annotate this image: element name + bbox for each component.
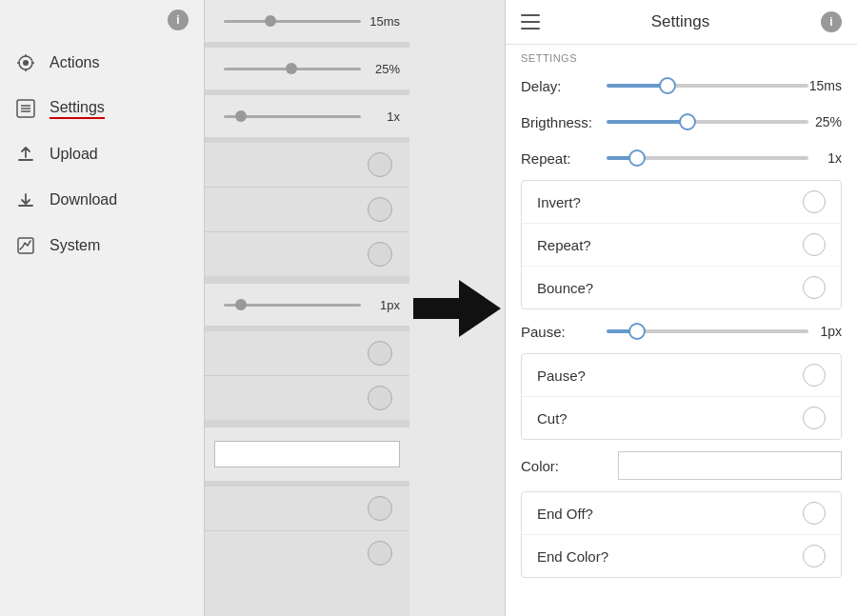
bounce-label: Bounce? (537, 280, 803, 296)
settings-label: Settings (50, 99, 105, 119)
svg-point-1 (23, 60, 29, 66)
pause-display: 1px (808, 324, 842, 339)
middle-circle-4[interactable] (368, 341, 392, 366)
end-off-label: End Off? (537, 506, 803, 522)
delay-display: 15ms (808, 78, 842, 93)
repeat-radio[interactable] (803, 233, 826, 256)
invert-radio[interactable] (803, 190, 826, 213)
pause-thumb[interactable] (628, 323, 646, 340)
upload-icon (15, 144, 36, 165)
middle-circle-1[interactable] (368, 152, 392, 177)
delay-slider[interactable] (607, 84, 808, 88)
cut-radio[interactable] (803, 407, 826, 429)
brightness-slider[interactable] (607, 120, 808, 124)
sidebar-item-download[interactable]: Download (0, 177, 204, 223)
pause-value: 1px (367, 298, 400, 312)
actions-label: Actions (50, 54, 99, 71)
repeat-thumb[interactable] (628, 149, 646, 167)
pause-label: Pause: (521, 324, 607, 340)
settings-delay-row: Delay: 15ms (506, 68, 857, 104)
middle-row-repeat: 1x (205, 95, 409, 137)
system-icon (15, 235, 36, 256)
pause-check-row: Pause? (522, 354, 841, 397)
middle-row-brightness: 25% (205, 48, 409, 89)
middle-row-pause: 1px (205, 284, 409, 326)
settings-brightness-row: Brigthness: 25% (506, 104, 857, 140)
hamburger-icon[interactable] (521, 14, 540, 30)
middle-panel: 15ms 25% 1x 1px (205, 0, 409, 616)
repeat-display: 1x (808, 150, 842, 166)
system-label: System (50, 237, 100, 254)
delay-thumb[interactable] (659, 77, 676, 94)
invert-label: Invert? (537, 194, 803, 210)
color-row: Color: (506, 444, 857, 487)
middle-circle-3[interactable] (368, 242, 392, 267)
brightness-thumb[interactable] (679, 113, 696, 130)
middle-row-delay: 15ms (205, 0, 409, 42)
sidebar-item-settings[interactable]: Settings (0, 86, 204, 131)
bounce-radio[interactable] (803, 276, 826, 299)
color-input[interactable] (618, 451, 842, 480)
settings-icon (15, 98, 36, 119)
delay-label: Delay: (521, 78, 607, 94)
arrow-container (409, 0, 505, 616)
settings-pause-row: Pause: 1px (506, 313, 857, 349)
end-off-radio[interactable] (803, 502, 826, 525)
repeat-check-label: Repeat? (537, 237, 803, 253)
sidebar-item-system[interactable]: System (0, 223, 204, 268)
pause-slider[interactable] (607, 329, 808, 333)
end-color-label: End Color? (537, 548, 803, 565)
checkbox-group-1: Invert? Repeat? Bounce? (521, 180, 842, 309)
settings-title: Settings (540, 12, 821, 31)
repeat-label: Repeat: (521, 150, 607, 167)
download-label: Download (50, 191, 117, 209)
repeat-check-row: Repeat? (522, 224, 841, 267)
upload-label: Upload (50, 146, 98, 163)
settings-info-icon[interactable]: i (821, 11, 842, 32)
download-icon (15, 189, 36, 210)
brightness-value: 25% (367, 62, 400, 76)
repeat-value: 1x (367, 109, 400, 124)
repeat-slider-container (607, 156, 808, 160)
pause-slider-container (607, 329, 808, 333)
sidebar-item-actions[interactable]: Actions (0, 40, 204, 86)
repeat-slider[interactable] (607, 156, 808, 160)
sidebar: i Actions Settings (0, 0, 205, 616)
actions-icon (15, 52, 36, 73)
bounce-row: Bounce? (522, 267, 841, 308)
settings-section-label: SETTINGS (506, 45, 857, 68)
brightness-display: 25% (808, 114, 842, 129)
middle-circle-7[interactable] (368, 541, 392, 566)
sidebar-info-icon[interactable]: i (168, 10, 189, 30)
sidebar-item-upload[interactable]: Upload (0, 131, 204, 177)
sidebar-header: i (0, 0, 204, 40)
delay-value: 15ms (367, 14, 400, 29)
end-off-row: End Off? (522, 492, 841, 535)
middle-textbox[interactable] (214, 441, 400, 467)
middle-circle-5[interactable] (368, 386, 392, 410)
settings-panel: Settings i SETTINGS Delay: 15ms Brigthne… (505, 0, 857, 616)
end-color-radio[interactable] (803, 545, 826, 567)
right-arrow (413, 280, 501, 337)
cut-row: Cut? (522, 397, 841, 439)
brightness-slider-container (607, 120, 808, 124)
color-label: Color: (521, 458, 607, 474)
cut-label: Cut? (537, 410, 803, 427)
checkbox-group-3: End Off? End Color? (521, 491, 842, 578)
delay-slider-container (607, 84, 808, 88)
svg-rect-10 (18, 238, 33, 253)
invert-row: Invert? (522, 181, 841, 224)
checkbox-group-2: Pause? Cut? (521, 353, 842, 440)
middle-circle-6[interactable] (368, 496, 392, 521)
pause-check-label: Pause? (537, 368, 803, 384)
end-color-row: End Color? (522, 535, 841, 577)
middle-circle-2[interactable] (368, 197, 392, 222)
settings-header: Settings i (506, 0, 857, 45)
brightness-label: Brigthness: (521, 114, 607, 130)
pause-radio[interactable] (803, 364, 826, 387)
settings-repeat-row: Repeat: 1x (506, 140, 857, 176)
